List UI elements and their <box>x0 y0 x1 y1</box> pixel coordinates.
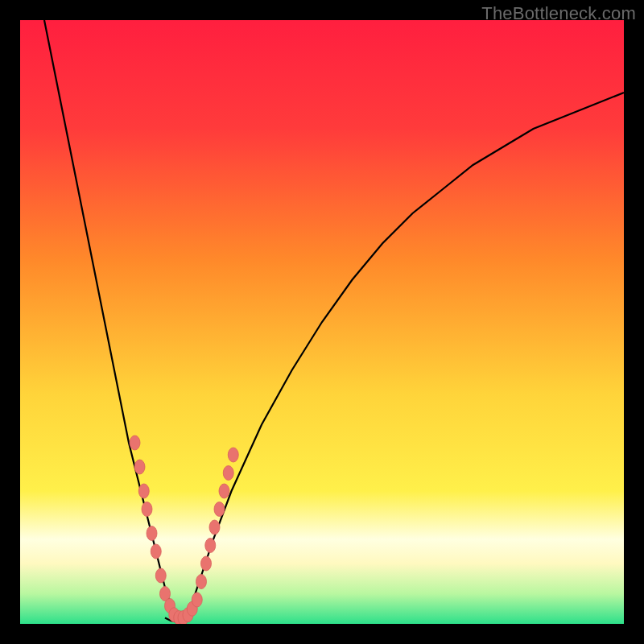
curve-marker <box>138 484 149 498</box>
curve-right-branch <box>189 93 624 612</box>
watermark-label: TheBottleneck.com <box>481 3 636 24</box>
curve-marker <box>228 448 238 462</box>
curve-left-branch <box>44 20 177 618</box>
curve-marker <box>219 484 229 498</box>
curve-marker <box>205 539 216 553</box>
plot-area <box>20 20 624 624</box>
chart-frame: TheBottleneck.com <box>0 0 644 644</box>
curve-marker <box>151 544 161 559</box>
highlighted-marker-group <box>130 436 238 624</box>
curve-marker <box>223 466 233 481</box>
curve-marker <box>201 556 212 571</box>
bottleneck-curve <box>20 20 624 624</box>
curve-marker <box>192 592 202 607</box>
curve-marker <box>130 436 140 450</box>
curve-marker <box>142 502 152 517</box>
curve-marker <box>134 460 145 474</box>
curve-marker <box>147 526 157 541</box>
curve-marker <box>209 520 220 535</box>
curve-marker <box>196 575 207 589</box>
curve-marker <box>214 502 225 517</box>
curve-marker <box>155 568 166 583</box>
